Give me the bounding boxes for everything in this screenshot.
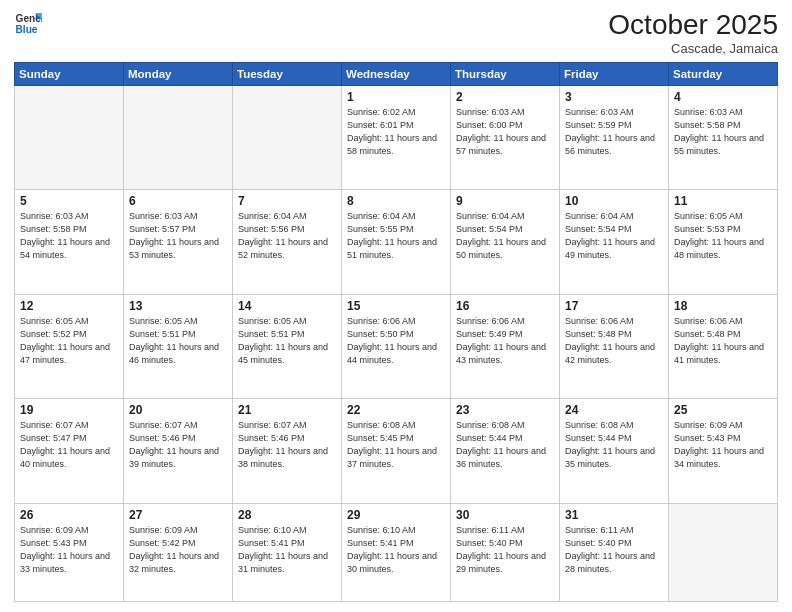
day-number: 24: [565, 403, 663, 417]
day-info: Sunrise: 6:06 AM Sunset: 5:48 PM Dayligh…: [565, 315, 663, 367]
col-thursday: Thursday: [451, 62, 560, 85]
table-row: 4Sunrise: 6:03 AM Sunset: 5:58 PM Daylig…: [669, 85, 778, 189]
day-info: Sunrise: 6:05 AM Sunset: 5:51 PM Dayligh…: [129, 315, 227, 367]
col-sunday: Sunday: [15, 62, 124, 85]
col-friday: Friday: [560, 62, 669, 85]
day-info: Sunrise: 6:05 AM Sunset: 5:52 PM Dayligh…: [20, 315, 118, 367]
day-info: Sunrise: 6:10 AM Sunset: 5:41 PM Dayligh…: [238, 524, 336, 576]
table-row: 22Sunrise: 6:08 AM Sunset: 5:45 PM Dayli…: [342, 399, 451, 503]
day-info: Sunrise: 6:06 AM Sunset: 5:49 PM Dayligh…: [456, 315, 554, 367]
table-row: 9Sunrise: 6:04 AM Sunset: 5:54 PM Daylig…: [451, 190, 560, 294]
day-number: 29: [347, 508, 445, 522]
col-wednesday: Wednesday: [342, 62, 451, 85]
table-row: 16Sunrise: 6:06 AM Sunset: 5:49 PM Dayli…: [451, 294, 560, 398]
location: Cascade, Jamaica: [608, 41, 778, 56]
calendar-table: Sunday Monday Tuesday Wednesday Thursday…: [14, 62, 778, 602]
day-info: Sunrise: 6:10 AM Sunset: 5:41 PM Dayligh…: [347, 524, 445, 576]
day-info: Sunrise: 6:06 AM Sunset: 5:50 PM Dayligh…: [347, 315, 445, 367]
col-saturday: Saturday: [669, 62, 778, 85]
day-number: 15: [347, 299, 445, 313]
day-number: 4: [674, 90, 772, 104]
svg-text:Blue: Blue: [16, 24, 38, 35]
day-info: Sunrise: 6:03 AM Sunset: 5:58 PM Dayligh…: [674, 106, 772, 158]
day-info: Sunrise: 6:07 AM Sunset: 5:47 PM Dayligh…: [20, 419, 118, 471]
table-row: 19Sunrise: 6:07 AM Sunset: 5:47 PM Dayli…: [15, 399, 124, 503]
logo: General Blue: [14, 10, 42, 38]
day-number: 16: [456, 299, 554, 313]
day-number: 2: [456, 90, 554, 104]
table-row: 13Sunrise: 6:05 AM Sunset: 5:51 PM Dayli…: [124, 294, 233, 398]
table-row: 5Sunrise: 6:03 AM Sunset: 5:58 PM Daylig…: [15, 190, 124, 294]
day-info: Sunrise: 6:08 AM Sunset: 5:44 PM Dayligh…: [456, 419, 554, 471]
day-number: 6: [129, 194, 227, 208]
table-row: 10Sunrise: 6:04 AM Sunset: 5:54 PM Dayli…: [560, 190, 669, 294]
table-row: 6Sunrise: 6:03 AM Sunset: 5:57 PM Daylig…: [124, 190, 233, 294]
table-row: 11Sunrise: 6:05 AM Sunset: 5:53 PM Dayli…: [669, 190, 778, 294]
table-row: 31Sunrise: 6:11 AM Sunset: 5:40 PM Dayli…: [560, 503, 669, 601]
day-info: Sunrise: 6:04 AM Sunset: 5:56 PM Dayligh…: [238, 210, 336, 262]
day-number: 18: [674, 299, 772, 313]
day-info: Sunrise: 6:03 AM Sunset: 5:57 PM Dayligh…: [129, 210, 227, 262]
day-info: Sunrise: 6:09 AM Sunset: 5:43 PM Dayligh…: [20, 524, 118, 576]
table-row: 17Sunrise: 6:06 AM Sunset: 5:48 PM Dayli…: [560, 294, 669, 398]
table-row: 24Sunrise: 6:08 AM Sunset: 5:44 PM Dayli…: [560, 399, 669, 503]
table-row: 29Sunrise: 6:10 AM Sunset: 5:41 PM Dayli…: [342, 503, 451, 601]
table-row: 26Sunrise: 6:09 AM Sunset: 5:43 PM Dayli…: [15, 503, 124, 601]
table-row: 21Sunrise: 6:07 AM Sunset: 5:46 PM Dayli…: [233, 399, 342, 503]
day-info: Sunrise: 6:11 AM Sunset: 5:40 PM Dayligh…: [565, 524, 663, 576]
logo-icon: General Blue: [14, 10, 42, 38]
day-number: 30: [456, 508, 554, 522]
table-row: 30Sunrise: 6:11 AM Sunset: 5:40 PM Dayli…: [451, 503, 560, 601]
col-monday: Monday: [124, 62, 233, 85]
table-row: 23Sunrise: 6:08 AM Sunset: 5:44 PM Dayli…: [451, 399, 560, 503]
day-info: Sunrise: 6:04 AM Sunset: 5:54 PM Dayligh…: [565, 210, 663, 262]
day-info: Sunrise: 6:11 AM Sunset: 5:40 PM Dayligh…: [456, 524, 554, 576]
table-row: 7Sunrise: 6:04 AM Sunset: 5:56 PM Daylig…: [233, 190, 342, 294]
table-row: 1Sunrise: 6:02 AM Sunset: 6:01 PM Daylig…: [342, 85, 451, 189]
day-info: Sunrise: 6:07 AM Sunset: 5:46 PM Dayligh…: [238, 419, 336, 471]
day-info: Sunrise: 6:05 AM Sunset: 5:53 PM Dayligh…: [674, 210, 772, 262]
table-row: 18Sunrise: 6:06 AM Sunset: 5:48 PM Dayli…: [669, 294, 778, 398]
table-row: 15Sunrise: 6:06 AM Sunset: 5:50 PM Dayli…: [342, 294, 451, 398]
day-info: Sunrise: 6:09 AM Sunset: 5:42 PM Dayligh…: [129, 524, 227, 576]
day-info: Sunrise: 6:02 AM Sunset: 6:01 PM Dayligh…: [347, 106, 445, 158]
table-row: [124, 85, 233, 189]
day-number: 31: [565, 508, 663, 522]
day-number: 10: [565, 194, 663, 208]
table-row: 12Sunrise: 6:05 AM Sunset: 5:52 PM Dayli…: [15, 294, 124, 398]
day-number: 23: [456, 403, 554, 417]
day-number: 21: [238, 403, 336, 417]
table-row: [233, 85, 342, 189]
header: General Blue October 2025 Cascade, Jamai…: [14, 10, 778, 56]
table-row: 14Sunrise: 6:05 AM Sunset: 5:51 PM Dayli…: [233, 294, 342, 398]
month-title: October 2025: [608, 10, 778, 41]
day-number: 19: [20, 403, 118, 417]
day-info: Sunrise: 6:03 AM Sunset: 6:00 PM Dayligh…: [456, 106, 554, 158]
day-number: 20: [129, 403, 227, 417]
day-number: 28: [238, 508, 336, 522]
table-row: 27Sunrise: 6:09 AM Sunset: 5:42 PM Dayli…: [124, 503, 233, 601]
day-info: Sunrise: 6:04 AM Sunset: 5:55 PM Dayligh…: [347, 210, 445, 262]
day-number: 5: [20, 194, 118, 208]
day-number: 11: [674, 194, 772, 208]
day-number: 17: [565, 299, 663, 313]
table-row: 3Sunrise: 6:03 AM Sunset: 5:59 PM Daylig…: [560, 85, 669, 189]
day-info: Sunrise: 6:08 AM Sunset: 5:45 PM Dayligh…: [347, 419, 445, 471]
day-number: 25: [674, 403, 772, 417]
day-number: 13: [129, 299, 227, 313]
day-number: 7: [238, 194, 336, 208]
day-info: Sunrise: 6:04 AM Sunset: 5:54 PM Dayligh…: [456, 210, 554, 262]
day-info: Sunrise: 6:05 AM Sunset: 5:51 PM Dayligh…: [238, 315, 336, 367]
day-info: Sunrise: 6:07 AM Sunset: 5:46 PM Dayligh…: [129, 419, 227, 471]
day-number: 12: [20, 299, 118, 313]
table-row: 8Sunrise: 6:04 AM Sunset: 5:55 PM Daylig…: [342, 190, 451, 294]
table-row: 28Sunrise: 6:10 AM Sunset: 5:41 PM Dayli…: [233, 503, 342, 601]
table-row: [669, 503, 778, 601]
day-info: Sunrise: 6:03 AM Sunset: 5:58 PM Dayligh…: [20, 210, 118, 262]
day-info: Sunrise: 6:06 AM Sunset: 5:48 PM Dayligh…: [674, 315, 772, 367]
day-number: 27: [129, 508, 227, 522]
day-info: Sunrise: 6:08 AM Sunset: 5:44 PM Dayligh…: [565, 419, 663, 471]
col-tuesday: Tuesday: [233, 62, 342, 85]
day-info: Sunrise: 6:03 AM Sunset: 5:59 PM Dayligh…: [565, 106, 663, 158]
table-row: 2Sunrise: 6:03 AM Sunset: 6:00 PM Daylig…: [451, 85, 560, 189]
